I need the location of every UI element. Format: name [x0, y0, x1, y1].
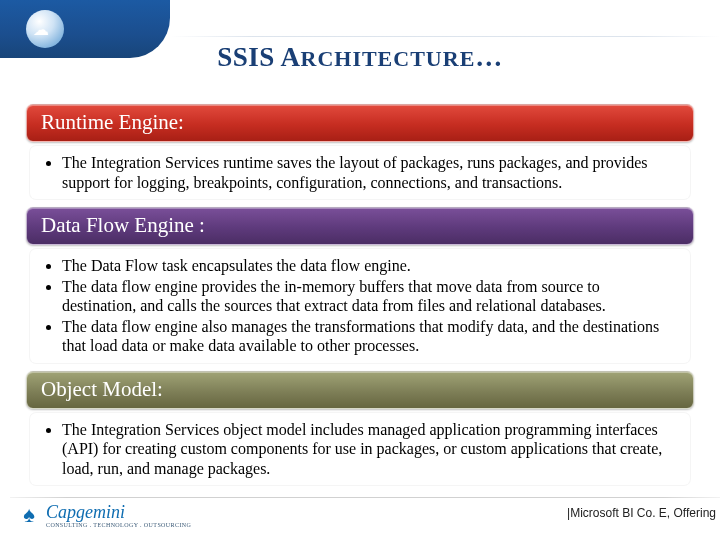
bullet: The Data Flow task encapsulates the data…: [62, 256, 676, 276]
section-body-dataflow: The Data Flow task encapsulates the data…: [30, 249, 690, 363]
section-body-objectmodel: The Integration Services object model in…: [30, 413, 690, 486]
spade-icon: ♠: [18, 504, 40, 526]
heading-text: Data Flow Engine :: [41, 213, 205, 237]
section-heading-dataflow: Data Flow Engine :: [26, 207, 694, 245]
footer-logo: ♠ Capgemini CONSULTING . TECHNOLOGY . OU…: [18, 502, 191, 528]
brand-text: Capgemini: [46, 502, 125, 522]
header-rule: [170, 36, 720, 37]
bullet: The data flow engine also manages the tr…: [62, 317, 676, 356]
section-body-runtime: The Integration Services runtime saves t…: [30, 146, 690, 199]
bullet: The data flow engine provides the in-mem…: [62, 277, 676, 316]
slide-title: SSIS ARCHITECTURE…: [0, 42, 720, 73]
slide: ☁ SSIS ARCHITECTURE… Runtime Engine: The…: [0, 0, 720, 540]
heading-text: Object Model:: [41, 377, 163, 401]
sections: Runtime Engine: The Integration Services…: [26, 104, 694, 493]
section-heading-objectmodel: Object Model:: [26, 371, 694, 409]
cloud-icon: ☁: [33, 20, 49, 39]
heading-text: Runtime Engine:: [41, 110, 184, 134]
bullet: The Integration Services runtime saves t…: [62, 153, 676, 192]
footer-right-text: |Microsoft BI Co. E, Offering: [567, 506, 716, 520]
footer-divider: [10, 497, 720, 498]
title-suffix: …: [475, 42, 503, 72]
title-main: SSIS A: [217, 42, 300, 72]
brand-name: Capgemini CONSULTING . TECHNOLOGY . OUTS…: [46, 502, 191, 528]
section-heading-runtime: Runtime Engine:: [26, 104, 694, 142]
title-caps: RCHITECTURE: [301, 46, 476, 71]
brand-tagline: CONSULTING . TECHNOLOGY . OUTSOURCING: [46, 522, 191, 528]
bullet: The Integration Services object model in…: [62, 420, 676, 479]
